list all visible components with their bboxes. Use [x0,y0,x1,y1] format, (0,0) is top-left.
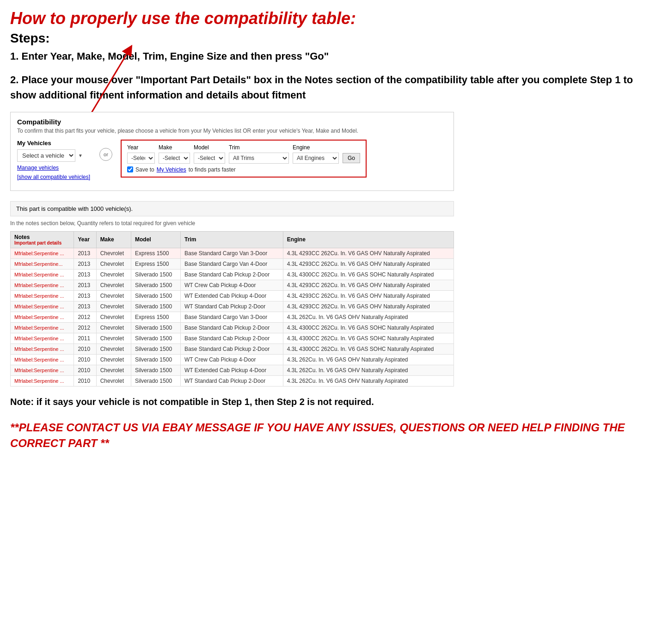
notes-cell[interactable]: Mfrlabel:Serpentine ... [11,365,74,375]
notes-cell[interactable]: Mfrlabel:Serpentine ... [11,269,74,280]
notes-cell[interactable]: Mfrlabel:Serpentine ... [11,280,74,290]
year-cell: 2012 [74,322,96,333]
year-cell: 2012 [74,312,96,322]
compat-subtitle: To confirm that this part fits your vehi… [17,128,447,134]
engine-cell: 4.3L 262Cu. In. V6 GAS OHV Naturally Asp… [283,375,454,386]
model-cell: Express 1500 [131,258,181,269]
engine-cell: 4.3L 4293CC 262Cu. In. V6 GAS OHV Natura… [283,290,454,301]
trim-cell: Base Standard Cab Pickup 2-Door [181,333,283,343]
make-cell: Chevrolet [96,322,131,333]
table-row: Mfrlabel:Serpentine ...2013ChevroletExpr… [11,248,454,258]
notes-sub: Important part details [14,240,70,245]
model-select[interactable]: -Select- [194,153,225,164]
quantity-notice: In the notes section below, Quantity ref… [10,220,454,227]
steps-heading: Steps: [10,31,658,46]
model-cell: Silverado 1500 [131,354,181,365]
trim-cell: WT Extended Cab Pickup 4-Door [181,290,283,301]
model-label: Model [194,144,225,151]
make-cell: Chevrolet [96,258,131,269]
trim-cell: Base Standard Cargo Van 3-Door [181,248,283,258]
make-label: Make [159,144,190,151]
year-cell: 2013 [74,301,96,312]
model-cell: Silverado 1500 [131,375,181,386]
save-suffix: to finds parts faster [189,166,236,173]
compat-title: Compatibility [17,118,447,126]
save-checkbox-row: Save to My Vehicles to finds parts faste… [127,166,360,173]
make-cell: Chevrolet [96,301,131,312]
table-row: Mfrlabel:Serpentine ...2013ChevroletSilv… [11,290,454,301]
notes-cell[interactable]: Mfrlabel:Serpentine ... [11,301,74,312]
engine-cell: 4.3L 262Cu. In. V6 GAS OHV Naturally Asp… [283,354,454,365]
vehicle-select[interactable]: Select a vehicle [17,149,75,162]
trim-cell: WT Standard Cab Pickup 2-Door [181,375,283,386]
make-select[interactable]: -Select- [159,153,190,164]
engine-cell: 4.3L 4300CC 262Cu. In. V6 GAS SOHC Natur… [283,322,454,333]
make-cell: Chevrolet [96,354,131,365]
trim-cell: Base Standard Cab Pickup 2-Door [181,269,283,280]
table-body: Mfrlabel:Serpentine ...2013ChevroletExpr… [11,248,454,386]
notes-cell[interactable]: Mfrlabel:Serpentine... [11,258,74,269]
table-row: Mfrlabel:Serpentine ...2012ChevroletSilv… [11,322,454,333]
go-button[interactable]: Go [343,153,360,163]
year-label: Year [127,144,155,151]
make-cell: Chevrolet [96,290,131,301]
trim-cell: Base Standard Cargo Van 4-Door [181,258,283,269]
make-cell: Chevrolet [96,343,131,354]
th-notes: Notes Important part details [11,231,74,248]
year-select[interactable]: -Select- [127,153,155,164]
table-header-row: Notes Important part details Year Make M… [11,231,454,248]
save-label: Save to [135,166,154,173]
table-row: Mfrlabel:Serpentine ...2010ChevroletSilv… [11,365,454,375]
notes-cell[interactable]: Mfrlabel:Serpentine ... [11,354,74,365]
model-cell: Express 1500 [131,312,181,322]
engine-cell: 4.3L 262Cu. In. V6 GAS OHV Naturally Asp… [283,312,454,322]
table-row: Mfrlabel:Serpentine ...2012ChevroletExpr… [11,312,454,322]
engine-cell: 4.3L 4293CC 262Cu. In. V6 GAS OHV Natura… [283,280,454,290]
th-make: Make [96,231,131,248]
compat-wrapper: Compatibility To confirm that this part … [10,112,658,386]
notes-cell[interactable]: Mfrlabel:Serpentine ... [11,333,74,343]
make-cell: Chevrolet [96,269,131,280]
manage-vehicles-link[interactable]: Manage vehicles [17,165,91,171]
th-model: Model [131,231,181,248]
compat-table: Notes Important part details Year Make M… [10,231,454,386]
show-all-link[interactable]: [show all compatible vehicles] [17,174,91,180]
vehicle-select-row: Select a vehicle ▼ [17,149,91,162]
main-title: How to properly use the compatibility ta… [10,8,658,28]
table-row: Mfrlabel:Serpentine ...2013ChevroletSilv… [11,301,454,312]
notes-cell[interactable]: Mfrlabel:Serpentine ... [11,343,74,354]
table-row: Mfrlabel:Serpentine ...2010ChevroletSilv… [11,343,454,354]
notes-cell[interactable]: Mfrlabel:Serpentine ... [11,375,74,386]
notes-cell[interactable]: Mfrlabel:Serpentine ... [11,312,74,322]
engine-cell: 4.3L 4300CC 262Cu. In. V6 GAS SOHC Natur… [283,269,454,280]
step2-text: 2. Place your mouse over "Important Part… [10,72,658,103]
trim-cell: Base Standard Cab Pickup 2-Door [181,322,283,333]
notes-cell[interactable]: Mfrlabel:Serpentine ... [11,322,74,333]
ymm-inputs: -Select- -Select- -Select- All Trims All… [127,153,360,164]
notes-cell[interactable]: Mfrlabel:Serpentine ... [11,248,74,258]
trim-cell: WT Extended Cab Pickup 4-Door [181,365,283,375]
table-row: Mfrlabel:Serpentine ...2013ChevroletSilv… [11,269,454,280]
year-cell: 2010 [74,365,96,375]
dropdown-arrow-icon: ▼ [78,153,83,158]
th-trim: Trim [181,231,283,248]
notes-cell[interactable]: Mfrlabel:Serpentine ... [11,290,74,301]
ymm-form: Year Make Model Trim Engine -Select- -Se… [121,140,367,178]
save-checkbox[interactable] [127,166,133,172]
year-cell: 2013 [74,269,96,280]
save-my-vehicles-link[interactable]: My Vehicles [157,166,186,173]
compat-form-row: My Vehicles Select a vehicle ▼ Manage ve… [17,140,447,180]
engine-select[interactable]: All Engines [293,153,339,164]
trim-cell: WT Crew Cab Pickup 4-Door [181,354,283,365]
engine-cell: 4.3L 262Cu. In. V6 GAS OHV Naturally Asp… [283,365,454,375]
trim-cell: Base Standard Cargo Van 3-Door [181,312,283,322]
make-cell: Chevrolet [96,248,131,258]
engine-cell: 4.3L 4293CC 262Cu. In. V6 GAS OHV Natura… [283,248,454,258]
model-cell: Silverado 1500 [131,269,181,280]
table-row: Mfrlabel:Serpentine ...2013ChevroletSilv… [11,280,454,290]
trim-select[interactable]: All Trims [229,153,289,164]
year-cell: 2010 [74,343,96,354]
year-cell: 2010 [74,375,96,386]
table-row: Mfrlabel:Serpentine ...2010ChevroletSilv… [11,354,454,365]
bottom-note: Note: if it says your vehicle is not com… [10,395,658,409]
